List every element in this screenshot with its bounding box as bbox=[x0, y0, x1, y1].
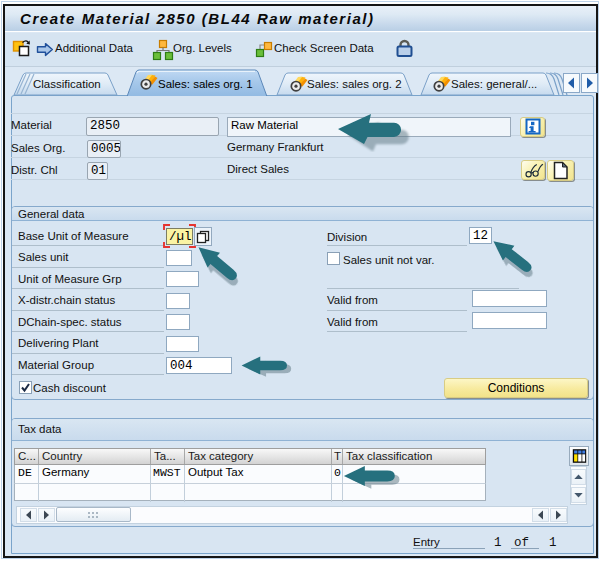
svg-text:Classification: Classification bbox=[33, 78, 101, 90]
svg-text:Sales: general/...: Sales: general/... bbox=[451, 78, 537, 90]
svg-text:Sales: sales org. 2: Sales: sales org. 2 bbox=[307, 78, 402, 90]
svg-text:Sales: sales org. 1: Sales: sales org. 1 bbox=[158, 78, 253, 90]
